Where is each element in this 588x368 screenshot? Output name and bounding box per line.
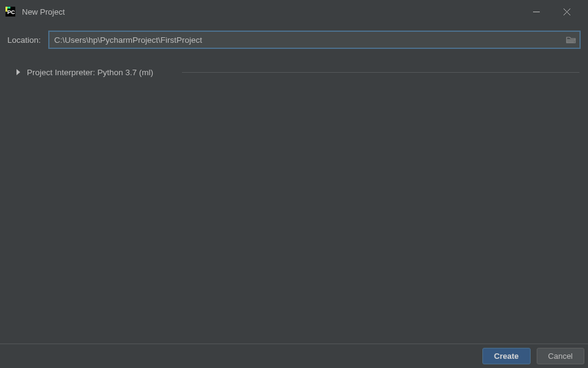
location-input-wrapper [48, 31, 581, 49]
dialog-content: Location: Project Interpreter: Python 3.… [0, 23, 588, 78]
cancel-button[interactable]: Cancel [537, 348, 584, 364]
browse-folder-icon[interactable] [566, 35, 576, 44]
separator-line [182, 72, 579, 73]
interpreter-row[interactable]: Project Interpreter: Python 3.7 (ml) [7, 66, 581, 78]
location-row: Location: [7, 31, 581, 49]
minimize-button[interactable] [527, 2, 545, 21]
location-input[interactable] [48, 31, 581, 49]
close-button[interactable] [557, 2, 576, 21]
location-label: Location: [7, 35, 41, 45]
chevron-right-icon[interactable] [16, 69, 21, 75]
interpreter-label: Project Interpreter: Python 3.7 (ml) [27, 68, 153, 77]
pycharm-icon: PC [5, 6, 16, 17]
window-title: New Project [22, 7, 527, 17]
dialog-footer: Create Cancel [0, 344, 588, 368]
window-controls [527, 2, 583, 21]
create-button[interactable]: Create [482, 348, 530, 364]
titlebar: PC New Project [0, 0, 588, 23]
svg-text:PC: PC [7, 9, 15, 15]
